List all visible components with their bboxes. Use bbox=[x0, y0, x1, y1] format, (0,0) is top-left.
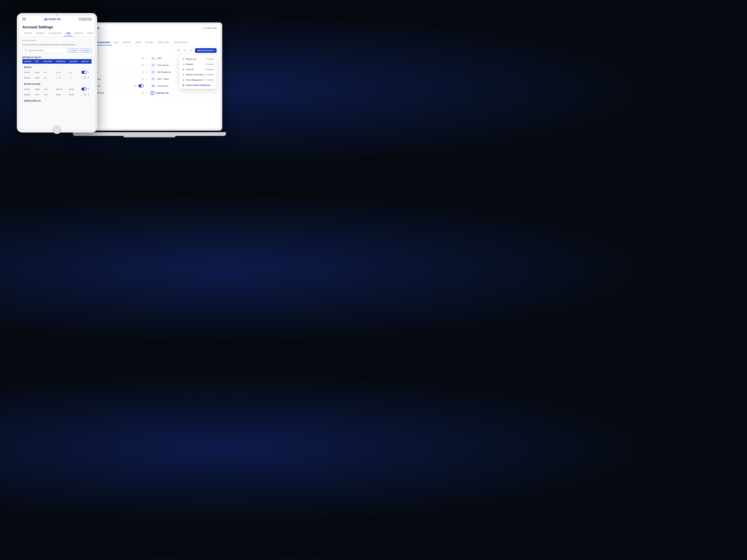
delete-tile-icon[interactable]: 🗑 bbox=[141, 70, 145, 74]
laptop-nav-reports[interactable]: REPORTS bbox=[121, 40, 133, 45]
cell-default: ✎ bbox=[80, 86, 92, 92]
cell-high: >10 bbox=[42, 75, 54, 80]
tablet-nav-reports[interactable]: REPORTS bbox=[73, 31, 85, 36]
tablet-logo-text: Heads Up bbox=[49, 18, 61, 21]
export-icon: ⬇ bbox=[82, 50, 85, 52]
toggle-optimal-insulin[interactable] bbox=[81, 76, 87, 79]
edit-normal-insulin-icon[interactable]: ✎ bbox=[87, 71, 89, 74]
import-icon: ⬆ bbox=[203, 27, 205, 29]
table-body: INSULIN ▾ Normal mIU/L >13 9 - 13 <9 bbox=[22, 64, 92, 103]
dropdown-item-athletic[interactable]: 🏃 Athletic Performance 10 Widgets bbox=[179, 72, 216, 77]
laptop-nav-billings[interactable]: BILLINGS bbox=[144, 40, 156, 45]
drag-tile-icon[interactable]: ≡ bbox=[145, 56, 149, 60]
view-icon-button[interactable]: 👁 bbox=[176, 48, 181, 53]
hamburger-menu-icon[interactable] bbox=[22, 18, 26, 20]
toggle-optimal-glucose[interactable] bbox=[81, 93, 87, 96]
tablet-page-title: Account Settings bbox=[20, 22, 95, 31]
menu-line-2 bbox=[22, 19, 26, 19]
toggle-normal-insulin[interactable] bbox=[81, 71, 87, 74]
tablet-nav-dashboards[interactable]: DASHBOARDS bbox=[47, 31, 64, 36]
laptop-nav-dashboards[interactable]: DASHBOARDS bbox=[95, 40, 112, 45]
search-input[interactable] bbox=[28, 50, 65, 52]
section-options-icon[interactable]: ··· bbox=[89, 39, 92, 42]
tablet-nav: PROFILE GENERAL DASHBOARDS LABS REPORTS … bbox=[20, 31, 95, 36]
metabolic-health-category[interactable]: METABOLIC HEALTH ▾ bbox=[22, 55, 92, 59]
tablet-nav-users[interactable]: USERS bbox=[85, 31, 95, 36]
edit-optimal-insulin-icon[interactable]: ✎ bbox=[87, 77, 89, 79]
delete-tile-icon[interactable]: 🗑 bbox=[133, 84, 137, 88]
drag-tile-icon[interactable]: ≡ bbox=[145, 70, 149, 74]
cell-moderate: 9 - 13 bbox=[54, 70, 68, 75]
tablet-nav-labs[interactable]: LABS bbox=[64, 31, 73, 36]
tablet-home-button[interactable] bbox=[53, 126, 61, 134]
table-row: Optimal mIU/L >10 7 - 10 <7 ✎ bbox=[22, 75, 92, 80]
add-tile-label: Add New Tile bbox=[156, 92, 169, 94]
laptop-nav-users[interactable]: USERS bbox=[133, 40, 143, 45]
copy-icon-button[interactable]: ⎘ bbox=[182, 48, 187, 53]
tablet-nav-profile[interactable]: PROFILE bbox=[22, 31, 34, 36]
col-marker: MARKER bbox=[22, 59, 33, 64]
tile-toggle[interactable] bbox=[138, 84, 144, 87]
cell-high: >100 bbox=[42, 92, 54, 97]
laptop-nav-labs[interactable]: LABS bbox=[112, 40, 121, 45]
hemoglobin-chevron-icon: ▾ bbox=[89, 100, 90, 102]
logo-bar-3 bbox=[46, 18, 47, 20]
dropdown-item-diabetes[interactable]: 🩺 Diabetes 10 Widgets bbox=[179, 61, 216, 67]
laptop-app-header: Heads Up ⬆ Import Data bbox=[78, 24, 221, 32]
laptop-dashboard-content: Dashboard #1 ▾ 👁 ⎘ ✏ Add Dashboard ▾ bbox=[78, 46, 221, 99]
col-high-risk: HIGH RISK bbox=[42, 59, 54, 64]
drag-tile-icon[interactable]: ≡ bbox=[145, 84, 149, 88]
dropdown-item-stress[interactable]: 🧘 Stress Management 10 Widgets bbox=[179, 77, 216, 82]
search-bar: 🔍 bbox=[22, 48, 67, 53]
cell-low: 80-85 bbox=[68, 92, 80, 97]
delete-tile-icon[interactable]: 🗑 bbox=[141, 56, 145, 60]
col-unit: UNIT bbox=[33, 59, 42, 64]
laptop-nav-white-label[interactable]: WHITE LABEL bbox=[156, 40, 172, 45]
tablet-import-button[interactable]: ⬆ Import Data bbox=[79, 18, 92, 21]
delete-tile-icon[interactable]: 🗑 bbox=[141, 91, 145, 95]
col-moderate: MODERATE bbox=[54, 59, 68, 64]
table-header-row: MARKER UNIT HIGH RISK MODERATE LOW RISK … bbox=[22, 59, 92, 64]
tablet-logo: Heads Up bbox=[44, 18, 61, 21]
drag-tile-icon[interactable]: ≡ bbox=[145, 63, 149, 67]
laptop-import-button[interactable]: ⬆ Import Data bbox=[203, 27, 216, 29]
cell-high: >126 bbox=[42, 86, 54, 92]
table-row: BLOOD GLUCOSE ▾ bbox=[22, 80, 92, 86]
dropdown-item-weight-loss[interactable]: ⚖ Weight Loss 8 Widgets bbox=[179, 56, 216, 61]
export-button[interactable]: ⬇ Export bbox=[80, 49, 92, 52]
blood-glucose-category[interactable]: BLOOD GLUCOSE ▾ bbox=[24, 82, 90, 86]
edit-icon-button[interactable]: ✏ bbox=[189, 48, 194, 53]
tablet-nav-general[interactable]: GENERAL bbox=[34, 31, 47, 36]
edit-normal-glucose-icon[interactable]: ✎ bbox=[87, 88, 89, 90]
insulin-category[interactable]: INSULIN ▾ bbox=[24, 65, 90, 69]
tablet-risk-ranges-section: RISK RANGES ··· Use this section to cust… bbox=[20, 36, 95, 103]
delete-tile-icon[interactable]: 🗑 bbox=[141, 77, 145, 81]
dropdown-item-create-custom[interactable]: ⊞ Create Custom Dashboard bbox=[179, 82, 216, 88]
hemoglobin-category[interactable]: HEMOGLOBIN A1C ▾ bbox=[24, 98, 90, 103]
add-dashboard-chevron-icon: ▾ bbox=[213, 49, 214, 52]
cell-high: >13 bbox=[42, 70, 54, 75]
menu-line-1 bbox=[22, 18, 26, 18]
drag-tile-icon[interactable]: ≡ bbox=[145, 77, 149, 81]
cell-low: <9 bbox=[68, 70, 80, 75]
table-row: HEMOGLOBIN A1C ▾ bbox=[22, 97, 92, 103]
edit-optimal-glucose-icon[interactable]: ✎ bbox=[87, 93, 89, 96]
laptop-nav-notifications[interactable]: NOTIFICATIONS bbox=[172, 40, 189, 45]
menu-line-3 bbox=[22, 20, 26, 20]
add-dashboard-button[interactable]: Add Dashboard ▾ bbox=[195, 48, 216, 53]
laptop-page-title: Settings bbox=[78, 32, 221, 40]
col-default: DEFAULT bbox=[80, 59, 92, 64]
create-custom-icon: ⊞ bbox=[182, 84, 184, 86]
drag-tile-icon[interactable]: ≡ bbox=[145, 91, 149, 95]
import-icon: ⬆ bbox=[70, 50, 72, 52]
add-tile-row[interactable]: + Add New Tile ▾ bbox=[150, 89, 216, 97]
import-button[interactable]: ⬆ Import bbox=[68, 49, 79, 52]
delete-tile-icon[interactable]: 🗑 bbox=[141, 63, 145, 67]
table-row: Normal mg/dL >126 100-126 50-90 ✎ bbox=[22, 86, 92, 92]
col-low-risk: LOW RISK bbox=[68, 59, 80, 64]
blood-glucose-chevron-icon: ▾ bbox=[89, 83, 90, 85]
dropdown-item-covid[interactable]: 🦠 Covid-19 10 Widgets bbox=[179, 67, 216, 72]
laptop-screen: Heads Up ⬆ Import Data Settings GENERAL … bbox=[78, 24, 221, 129]
tablet-screen: Heads Up ⬆ Import Data Account Settings … bbox=[20, 16, 95, 130]
toggle-normal-glucose[interactable] bbox=[81, 87, 87, 90]
